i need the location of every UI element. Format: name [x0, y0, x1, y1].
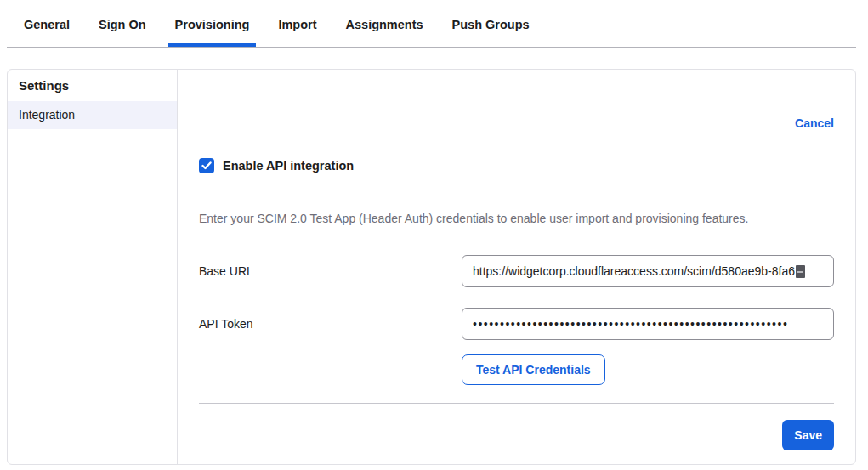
app-tabbar: General Sign On Provisioning Import Assi…: [7, 0, 856, 48]
provisioning-panel: Settings Integration Cancel Enable API i…: [7, 69, 856, 465]
tab-general[interactable]: General: [17, 19, 77, 47]
save-row: Save: [199, 420, 834, 450]
integration-form: Cancel Enable API integration Enter your…: [178, 70, 855, 464]
enable-api-label: Enable API integration: [223, 159, 354, 173]
api-token-row: API Token ••••••••••••••••••••••••••••••…: [199, 308, 834, 340]
base-url-input[interactable]: https://widgetcorp.cloudflareaccess.com/…: [462, 255, 834, 287]
sidebar-item-integration[interactable]: Integration: [8, 101, 177, 129]
api-token-value: ••••••••••••••••••••••••••••••••••••••••…: [473, 317, 788, 331]
api-token-input[interactable]: ••••••••••••••••••••••••••••••••••••••••…: [462, 308, 834, 340]
save-button[interactable]: Save: [782, 420, 834, 450]
enable-api-row: Enable API integration: [199, 158, 834, 173]
test-credentials-row: Test API Credentials: [199, 354, 834, 385]
cancel-link[interactable]: Cancel: [795, 117, 834, 130]
form-divider: [199, 403, 834, 404]
base-url-value: https://widgetcorp.cloudflareaccess.com/…: [473, 264, 795, 278]
test-api-credentials-button[interactable]: Test API Credentials: [462, 354, 605, 385]
tab-assignments[interactable]: Assignments: [339, 19, 430, 47]
api-token-label: API Token: [199, 317, 462, 331]
base-url-label: Base URL: [199, 264, 462, 278]
tab-push-groups[interactable]: Push Groups: [445, 19, 536, 47]
tab-import[interactable]: Import: [271, 19, 323, 47]
base-url-row: Base URL https://widgetcorp.cloudflareac…: [199, 255, 834, 287]
tab-sign-on[interactable]: Sign On: [92, 19, 153, 47]
checkmark-icon: [201, 161, 212, 170]
tab-provisioning[interactable]: Provisioning: [168, 19, 257, 47]
settings-sidebar: Settings Integration: [8, 70, 178, 464]
sidebar-heading: Settings: [8, 77, 177, 94]
credentials-description: Enter your SCIM 2.0 Test App (Header Aut…: [199, 212, 834, 225]
text-overflow-cursor-icon: [796, 265, 805, 278]
enable-api-checkbox[interactable]: [199, 158, 214, 173]
